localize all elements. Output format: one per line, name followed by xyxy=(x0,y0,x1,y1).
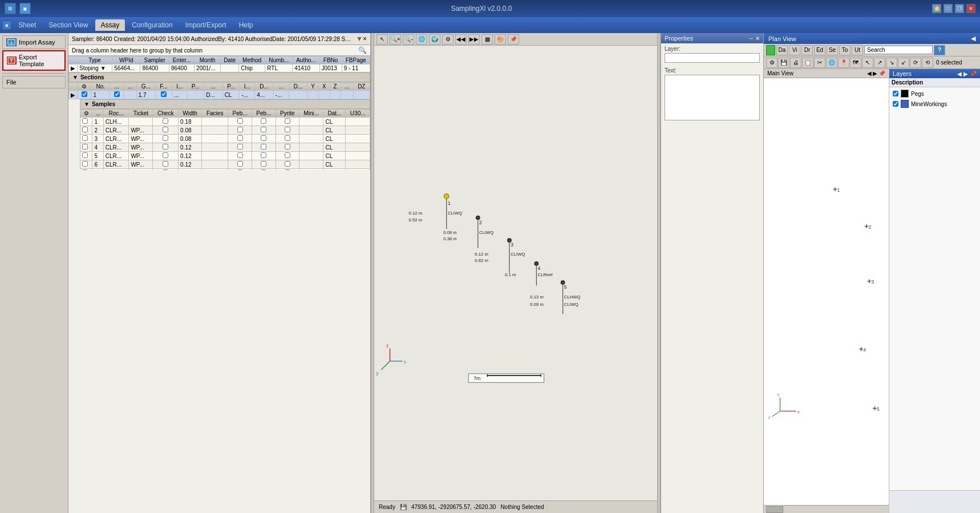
view-tool-grid[interactable]: ▦ xyxy=(481,34,493,45)
samp-cb-3[interactable] xyxy=(80,135,92,143)
samp-peb1-6[interactable] xyxy=(228,160,252,169)
file-btn[interactable]: File xyxy=(2,76,66,88)
plan-tb-5[interactable]: ✂ xyxy=(814,58,825,68)
samp-peb2-5[interactable] xyxy=(252,152,276,160)
view-tool-nav2[interactable]: ▶▶ xyxy=(468,34,480,45)
layers-expand-btn[interactable]: ▶ xyxy=(873,70,877,76)
plan-tb-7[interactable]: 📍 xyxy=(838,58,849,68)
samp-cb-7[interactable] xyxy=(80,169,92,171)
col-fbpage[interactable]: FBPage xyxy=(342,56,370,64)
sections-row-1[interactable]: ▶ 1 1.7 ... D... CL -... 4... -... xyxy=(69,91,370,99)
layer-input[interactable] xyxy=(665,53,760,63)
layers-hdr-btn3[interactable]: 📌 xyxy=(970,71,977,77)
samples-row-2[interactable]: 2CLR...WP...0.08CL xyxy=(80,126,370,135)
data-close-btn[interactable]: × xyxy=(363,35,367,43)
samp-pyrite-2[interactable] xyxy=(276,126,299,135)
samp-peb2-6[interactable] xyxy=(252,160,276,169)
view-tool-pin[interactable]: 📌 xyxy=(508,34,519,45)
view-tool-globe2[interactable]: 🌍 xyxy=(429,34,440,45)
text-area[interactable] xyxy=(665,75,760,120)
samp-peb1-4[interactable] xyxy=(228,143,252,152)
view-tool-gear[interactable]: ⚙ xyxy=(442,34,453,45)
plan-tb-10[interactable]: ↗ xyxy=(874,58,885,68)
plan-tb-4[interactable]: 📋 xyxy=(802,58,813,68)
layers-collapse-btn[interactable]: ◀ xyxy=(867,70,872,76)
plan-hscrollbar[interactable] xyxy=(764,505,889,513)
plan-tb-14[interactable]: ⟲ xyxy=(922,58,933,68)
restore-btn[interactable]: ❐ xyxy=(955,4,964,13)
plan-tb-6[interactable]: 🌐 xyxy=(826,58,837,68)
samp-peb2-3[interactable] xyxy=(252,135,276,143)
plan-tb-13[interactable]: ⟳ xyxy=(910,58,921,68)
view-tool-zoom-in[interactable]: 🔍+ xyxy=(390,34,401,45)
view-tool-zoom-out[interactable]: 🔍- xyxy=(403,34,414,45)
plan-tb-9[interactable]: ↖ xyxy=(862,58,873,68)
samp-peb2-7[interactable] xyxy=(252,169,276,171)
samp-peb1-7[interactable] xyxy=(228,169,252,171)
samp-check-1[interactable] xyxy=(153,118,179,126)
plan-tool-draw[interactable]: Dr xyxy=(801,45,813,55)
col-autho[interactable]: Autho... xyxy=(293,56,319,64)
samp-check-4[interactable] xyxy=(153,143,179,152)
col-numb[interactable]: Numb... xyxy=(265,56,293,64)
samp-cb-1[interactable] xyxy=(80,118,92,126)
samp-peb1-3[interactable] xyxy=(228,135,252,143)
menu-sheet[interactable]: Sheet xyxy=(13,19,42,31)
plan-help-btn[interactable]: ? xyxy=(934,45,945,55)
samp-pyrite-5[interactable] xyxy=(276,152,299,160)
col-type[interactable]: Type xyxy=(78,56,112,64)
samp-cb-5[interactable] xyxy=(80,152,92,160)
samples-row-6[interactable]: 6CLR...WP...0.12CL xyxy=(80,160,370,169)
close-btn[interactable]: ✕ xyxy=(966,4,975,13)
plan-tb-8[interactable]: 🗺 xyxy=(850,58,861,68)
samp-pyrite-6[interactable] xyxy=(276,160,299,169)
samples-row-1[interactable]: 1CLH...0.18CL xyxy=(80,118,370,126)
samples-row-4[interactable]: 4CLR...WP...0.12CL xyxy=(80,143,370,152)
samples-header[interactable]: ▼ Samples xyxy=(80,99,370,109)
col-sampler[interactable]: Sampler xyxy=(140,56,169,64)
plan-tool-selection[interactable]: Se xyxy=(827,45,838,55)
menu-assay[interactable]: Assay xyxy=(95,19,125,31)
panel-dropdown-icon[interactable]: ▼ xyxy=(356,35,363,43)
col-wpid[interactable]: WPId xyxy=(112,56,140,64)
props-close-btn[interactable]: ✕ xyxy=(755,35,760,42)
col-method[interactable]: Method xyxy=(239,56,265,64)
samp-peb1-2[interactable] xyxy=(228,126,252,135)
plan-tool-green[interactable] xyxy=(766,45,775,55)
plan-tool-data[interactable]: Da xyxy=(776,45,788,55)
plan-view-expand-icon[interactable]: ◀ xyxy=(971,35,975,42)
samp-peb1-5[interactable] xyxy=(228,152,252,160)
plan-search-input[interactable] xyxy=(864,46,933,54)
samp-pyrite-1[interactable] xyxy=(276,118,299,126)
sections-header[interactable]: ▼ Sections xyxy=(68,72,370,82)
layers-hdr-btn2[interactable]: ▶ xyxy=(963,71,968,77)
view-tool-palette[interactable]: 🎨 xyxy=(495,34,506,45)
sections-expand[interactable]: ▼ xyxy=(72,74,78,80)
layer-pegs-cb[interactable] xyxy=(893,91,898,96)
samp-cb-4[interactable] xyxy=(80,143,92,152)
sec-chk-1b[interactable] xyxy=(155,91,172,99)
sec-cb-1[interactable] xyxy=(78,91,91,99)
main-data-row[interactable]: ▶ Stoping ▼ 56464... 86400 86400 2001/..… xyxy=(69,64,370,72)
samp-check-3[interactable] xyxy=(153,135,179,143)
samp-pyrite-3[interactable] xyxy=(276,135,299,143)
search-icon[interactable]: 🔍 xyxy=(358,46,367,54)
view-tool-globe[interactable]: 🌐 xyxy=(416,34,427,45)
export-template-btn[interactable]: Export Template xyxy=(2,50,66,71)
samp-peb2-1[interactable] xyxy=(252,118,276,126)
layer-pegs[interactable]: Pegs xyxy=(890,88,979,99)
plan-tb-12[interactable]: ↙ xyxy=(898,58,909,68)
sec-expand-1[interactable]: ▶ xyxy=(69,91,78,99)
sec-chk-1a[interactable] xyxy=(110,91,123,99)
plan-tool-tools[interactable]: To xyxy=(839,45,851,55)
import-assay-btn[interactable]: Import Assay xyxy=(2,35,66,49)
menu-section-view[interactable]: Section View xyxy=(43,19,94,31)
samp-peb2-4[interactable] xyxy=(252,143,276,152)
col-month[interactable]: Month xyxy=(195,56,221,64)
col-date[interactable]: Date xyxy=(221,56,239,64)
view-tool-nav1[interactable]: ◀◀ xyxy=(455,34,467,45)
samp-pyrite-4[interactable] xyxy=(276,143,299,152)
samp-peb1-1[interactable] xyxy=(228,118,252,126)
samp-check-5[interactable] xyxy=(153,152,179,160)
maximize-btn[interactable]: □ xyxy=(943,4,953,13)
